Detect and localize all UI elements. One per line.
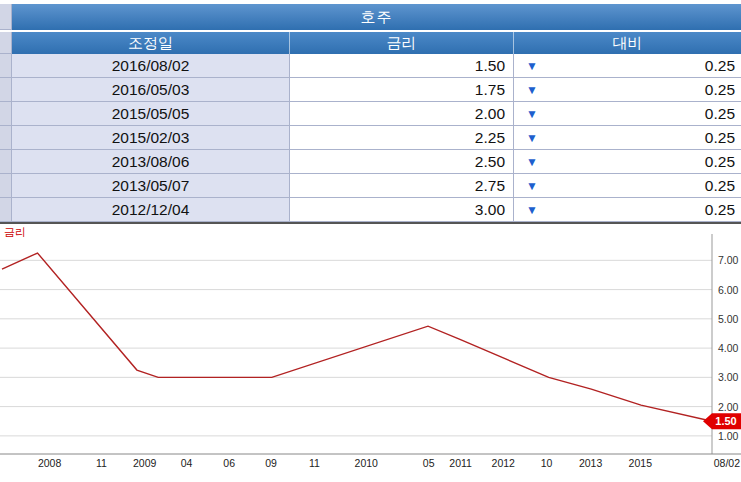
column-header-date: 조정일 [12, 32, 290, 54]
date-cell: 2012/12/04 [12, 198, 290, 222]
column-header-rate: 금리 [290, 32, 514, 54]
date-cell: 2013/05/07 [12, 174, 290, 198]
table-row[interactable]: 2016/05/031.75▼0.25 [0, 78, 741, 102]
rate-cell: 1.50 [290, 54, 514, 78]
change-value: 0.25 [705, 126, 741, 149]
change-cell: ▼0.25 [514, 198, 741, 222]
x-axis-label: 04 [181, 457, 193, 469]
table-row[interactable]: 2015/02/032.25▼0.25 [0, 126, 741, 150]
rate-line-series [2, 253, 712, 421]
x-axis-label: 09 [265, 457, 277, 469]
change-value: 0.25 [705, 198, 741, 221]
rate-chart-svg: 7.006.005.004.003.002.001.00200811200904… [0, 224, 741, 482]
down-arrow-icon: ▼ [526, 156, 538, 168]
chart-title: 금리 [4, 226, 26, 238]
down-arrow-icon: ▼ [526, 108, 538, 120]
y-axis-label: 2.00 [718, 401, 739, 413]
row-gutter [0, 54, 12, 78]
table-row[interactable]: 2016/08/021.50▼0.25 [0, 54, 741, 78]
change-cell: ▼0.25 [514, 102, 741, 126]
row-gutter [0, 78, 12, 102]
down-arrow-icon: ▼ [526, 180, 538, 192]
x-axis-label: 06 [223, 457, 235, 469]
last-value-label: 1.50 [715, 415, 736, 427]
x-axis-label: 2008 [38, 457, 62, 469]
row-gutter [0, 174, 12, 198]
table-title: 호주 [12, 4, 741, 30]
date-cell: 2016/05/03 [12, 78, 290, 102]
y-axis-label: 5.00 [718, 313, 739, 325]
change-cell: ▼0.25 [514, 174, 741, 198]
change-cell: ▼0.25 [514, 78, 741, 102]
table-row[interactable]: 2013/08/062.50▼0.25 [0, 150, 741, 174]
column-header-change: 대비 [514, 32, 741, 54]
x-axis-label: 08/02 [714, 457, 740, 469]
table-row[interactable]: 2013/05/072.75▼0.25 [0, 174, 741, 198]
rate-cell: 2.25 [290, 126, 514, 150]
rate-cell: 1.75 [290, 78, 514, 102]
date-cell: 2013/08/06 [12, 150, 290, 174]
x-axis-label: 2013 [579, 457, 603, 469]
table-row[interactable]: 2015/05/052.00▼0.25 [0, 102, 741, 126]
row-gutter [0, 198, 12, 222]
x-axis-label: 05 [423, 457, 435, 469]
change-value: 0.25 [705, 150, 741, 173]
change-value: 0.25 [705, 174, 741, 197]
date-cell: 2015/02/03 [12, 126, 290, 150]
change-value: 0.25 [705, 102, 741, 125]
row-gutter [0, 150, 12, 174]
down-arrow-icon: ▼ [526, 84, 538, 96]
table-header-row: 조정일 금리 대비 [0, 32, 741, 54]
title-gutter [0, 4, 12, 30]
down-arrow-icon: ▼ [526, 204, 538, 216]
row-gutter [0, 102, 12, 126]
x-axis-label: 2009 [133, 457, 157, 469]
x-axis-label: 2011 [449, 457, 472, 469]
rate-chart: 7.006.005.004.003.002.001.00200811200904… [0, 222, 741, 482]
change-value: 0.25 [705, 78, 741, 101]
header-gutter [0, 32, 12, 54]
rate-cell: 3.00 [290, 198, 514, 222]
y-axis-label: 7.00 [718, 254, 739, 266]
y-axis-label: 6.00 [718, 284, 739, 296]
change-cell: ▼0.25 [514, 126, 741, 150]
x-axis-label: 11 [96, 457, 107, 469]
change-cell: ▼0.25 [514, 54, 741, 78]
rate-panel: 호주 조정일 금리 대비 2016/08/021.50▼0.252016/05/… [0, 0, 741, 482]
date-cell: 2016/08/02 [12, 54, 290, 78]
x-axis-label: 2010 [355, 457, 379, 469]
y-axis-label: 4.00 [718, 342, 739, 354]
down-arrow-icon: ▼ [526, 60, 538, 72]
date-cell: 2015/05/05 [12, 102, 290, 126]
table-body: 2016/08/021.50▼0.252016/05/031.75▼0.2520… [0, 54, 741, 222]
y-axis-label: 1.00 [718, 430, 739, 442]
table-title-bar: 호주 [0, 4, 741, 30]
x-axis-label: 2012 [492, 457, 516, 469]
rate-cell: 2.50 [290, 150, 514, 174]
row-gutter [0, 126, 12, 150]
y-axis-label: 3.00 [718, 371, 739, 383]
table-row[interactable]: 2012/12/043.00▼0.25 [0, 198, 741, 222]
rate-cell: 2.75 [290, 174, 514, 198]
change-cell: ▼0.25 [514, 150, 741, 174]
down-arrow-icon: ▼ [526, 132, 538, 144]
x-axis-label: 10 [541, 457, 553, 469]
x-axis-label: 11 [309, 457, 320, 469]
change-value: 0.25 [705, 54, 741, 77]
rate-cell: 2.00 [290, 102, 514, 126]
x-axis-label: 2015 [629, 457, 653, 469]
